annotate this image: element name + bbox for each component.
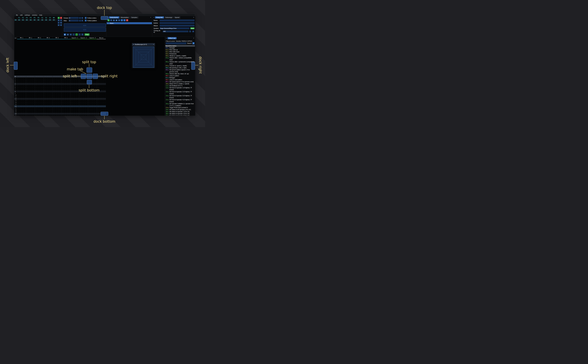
menu-item[interactable]: window (31, 14, 38, 16)
play-pattern-button[interactable]: ◉ (67, 33, 69, 36)
pattern-cell[interactable]: ··· ·· ·· ·· (61, 108, 70, 109)
pattern-cell[interactable]: ··· ·· ·· ·· (88, 93, 97, 94)
song-info-tab[interactable]: Speed (174, 16, 180, 19)
pattern-cell[interactable]: ··· ·· ·· ·· (79, 81, 88, 83)
pattern-cell[interactable]: ··· ·· ·· ·· (97, 109, 106, 111)
pattern-cell[interactable]: ··· ·· ·· ·· (70, 108, 79, 109)
step-input[interactable] (69, 20, 79, 22)
order-cell[interactable]: 00 (36, 19, 40, 21)
pattern-cell[interactable]: ··· ·· ·· ·· (26, 111, 35, 113)
pattern-cell[interactable]: ··· ·· ·· ·· (17, 83, 26, 84)
pattern-cell[interactable]: ··· ·· ·· ·· (70, 94, 79, 96)
oscilloscope-title-bar[interactable]: ▼ Oscilloscope (X-Y) × (132, 43, 155, 46)
piano-lower-octave[interactable] (64, 27, 106, 32)
pattern-cell[interactable]: ··· ·· ·· ·· (53, 91, 61, 92)
effect-row[interactable]: 07xy Tremolo (x: speed; y: depth) (165, 65, 195, 67)
pattern-cell[interactable]: ··· ·· ·· ·· (26, 115, 35, 116)
pattern-cell[interactable]: ··· ·· ·· ·· (53, 87, 61, 88)
menu-item[interactable]: settings (24, 14, 31, 16)
pattern-cell[interactable]: ··· ·· ·· ·· (97, 104, 106, 105)
pattern-cell[interactable]: ··· ·· ·· ·· (97, 102, 106, 103)
close-icon[interactable]: × (150, 17, 152, 18)
effect-row[interactable]: 13xx Set level of operator 2 (0 highest,… (165, 91, 195, 95)
pattern-cell[interactable]: ··· ·· ·· ·· (61, 104, 70, 105)
pattern-cell[interactable]: ··· ·· ·· ·· (53, 94, 61, 96)
pattern-cell[interactable]: ··· ·· ·· ·· (44, 93, 53, 94)
pattern-cell[interactable]: ··· ·· ·· ·· (97, 93, 106, 94)
pattern-cell[interactable]: ··· ·· ·· ·· (26, 106, 35, 107)
pattern-cell[interactable]: ··· ·· ·· ·· (61, 94, 70, 96)
pattern-cell[interactable]: ··· ·· ·· ·· (44, 96, 53, 98)
pattern-cell[interactable]: ··· ·· ·· ·· (17, 104, 26, 105)
pattern-cell[interactable]: ··· ·· ·· ·· (44, 104, 53, 105)
pattern-cell[interactable]: ··· ·· ·· ·· (17, 94, 26, 96)
pattern-cell[interactable]: ··· ·· ·· ·· (17, 78, 26, 79)
song-info-tab[interactable]: Subsongs (164, 16, 173, 19)
pattern-cell[interactable]: ··· ·· ·· ·· (70, 98, 79, 99)
piano-widget[interactable] (64, 23, 106, 32)
pattern-expand-button[interactable]: ++ (14, 37, 17, 39)
pattern-cell[interactable]: ··· ·· ·· ·· (17, 79, 26, 81)
pattern-cell[interactable]: ··· ·· ·· ·· (53, 115, 61, 116)
instruments-tab[interactable]: Wavetables (119, 16, 130, 19)
menu-item[interactable]: file (15, 14, 19, 16)
effect-row[interactable]: 09xx Set groove pattern (speed 1 if no g… (165, 69, 195, 73)
pattern-cell[interactable]: ··· ·· ·· ·· (44, 108, 53, 109)
pattern-cell[interactable]: ··· ·· ·· ·· (97, 96, 106, 98)
edit-toggle-button[interactable]: ● (75, 33, 78, 36)
tab-list-icon[interactable]: ▾ (165, 38, 167, 39)
pattern-cell[interactable]: ··· ·· ·· ·· (17, 93, 26, 94)
pattern-cell[interactable]: ··· ·· ·· ·· (88, 113, 97, 114)
effect-row[interactable]: 0Fxx Set speed (speed 2 if no grooves ex… (165, 81, 195, 83)
field-input[interactable] (160, 20, 195, 21)
pattern-cell[interactable]: ··· ·· ·· ·· (61, 109, 70, 111)
pattern-cell[interactable]: ··· ·· ·· ·· (26, 93, 35, 94)
pattern-cell[interactable]: ··· ·· ·· ·· (35, 79, 44, 81)
effect-row[interactable]: 1Cxx Set attack of operator 3 (0 to 1F) (165, 115, 195, 116)
pattern-cell[interactable]: ··· ·· ·· ·· (97, 85, 106, 86)
pattern-cell[interactable]: ··· ·· ·· ·· (61, 93, 70, 94)
effect-row[interactable]: 03xx Portamento (165, 53, 195, 55)
pattern-cell[interactable]: ··· ·· ·· ·· (70, 106, 79, 107)
effect-row[interactable]: 05xy Volume slide + vibrato (compatibili… (165, 57, 195, 61)
pattern-cell[interactable]: ··· ·· ·· ·· (53, 113, 61, 114)
pattern-cell[interactable]: ··· ·· ·· ·· (53, 83, 61, 84)
pattern-cell[interactable]: ··· ·· ·· ·· (70, 96, 79, 98)
effect-row[interactable]: 02xx Pitch slide down (165, 51, 195, 53)
make-tab-target[interactable] (86, 74, 92, 79)
pattern-cell[interactable]: ··· ·· ·· ·· (70, 79, 79, 81)
order-change-all-button[interactable]: ⇄ (58, 24, 60, 26)
pattern-cell[interactable]: ··· ·· ·· ·· (88, 108, 97, 109)
pattern-cell[interactable]: ··· ·· ·· ·· (53, 79, 61, 81)
order-cell[interactable]: 00 (48, 19, 52, 21)
pattern-cell[interactable]: ··· ·· ·· ·· (70, 102, 79, 103)
order-duplicate-button[interactable]: ⧉ (58, 19, 60, 21)
poly-button[interactable]: Poly (85, 33, 89, 36)
pattern-cell[interactable]: ··· ·· ·· ·· (97, 83, 106, 84)
pattern-cell[interactable]: ··· ·· ·· ·· (26, 79, 35, 81)
order-cell[interactable]: 00 (33, 19, 36, 21)
close-icon[interactable]: × (153, 44, 154, 45)
pattern-cell[interactable]: ··· ·· ·· ·· (53, 93, 61, 94)
order-add-button[interactable]: + (58, 17, 60, 19)
pattern-cell[interactable]: ··· ·· ·· ·· (61, 106, 70, 107)
split-target-right[interactable] (93, 74, 98, 79)
pattern-cell[interactable]: ··· ·· ·· ·· (79, 94, 88, 96)
pattern-cell[interactable]: ··· ·· ·· ·· (44, 81, 53, 83)
pattern-cell[interactable]: ··· ·· ·· ·· (88, 96, 97, 98)
effect-row[interactable]: 0Dxx Jump to next pattern (165, 79, 195, 81)
pattern-cell[interactable]: ··· ·· ·· ·· (53, 109, 61, 111)
system-input[interactable] (160, 27, 190, 29)
pattern-cell[interactable]: ··· ·· ·· ·· (35, 91, 44, 92)
pattern-cell[interactable]: ··· ·· ·· ·· (35, 78, 44, 79)
pattern-cell[interactable]: ··· ·· ·· ·· (61, 91, 70, 92)
order-deep-clone-button[interactable]: ⇅ (60, 22, 62, 24)
pattern-cell[interactable]: ··· ·· ·· ·· (53, 106, 61, 107)
pattern-cell[interactable]: ··· ·· ·· ·· (79, 104, 88, 105)
follow-pattern-checkbox[interactable]: ✓ (85, 20, 86, 21)
pattern-cell[interactable]: ··· ·· ·· ·· (61, 83, 70, 84)
pattern-cell[interactable]: ··· ·· ·· ·· (17, 109, 26, 111)
pattern-cell[interactable]: ··· ·· ·· ·· (79, 83, 88, 84)
pattern-cell[interactable]: ··· ·· ·· ·· (88, 100, 97, 101)
pattern-cell[interactable]: ··· ·· ·· ·· (17, 87, 26, 88)
